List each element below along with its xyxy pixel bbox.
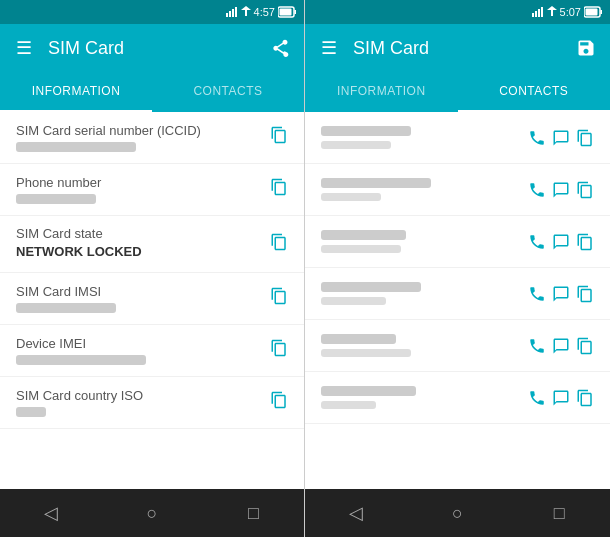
- contact-actions-5: [528, 337, 594, 355]
- left-share-icon[interactable]: [268, 36, 292, 60]
- left-toolbar: ☰ SIM Card: [0, 24, 304, 72]
- contact-number-6: [321, 401, 376, 409]
- imsi-copy-icon[interactable]: [270, 287, 288, 310]
- right-status-icons: 5:07: [532, 6, 602, 18]
- left-content: SIM Card serial number (ICCID) Phone num…: [0, 112, 304, 489]
- sms-icon-3[interactable]: [552, 233, 570, 251]
- sms-icon-5[interactable]: [552, 337, 570, 355]
- right-tab-contacts[interactable]: CONTACTS: [458, 72, 611, 112]
- contact-row-3: [305, 216, 610, 268]
- left-tab-information[interactable]: INFORMATION: [0, 72, 152, 112]
- call-icon-1[interactable]: [528, 129, 546, 147]
- contact-row-5: [305, 320, 610, 372]
- copy-icon-2[interactable]: [576, 181, 594, 199]
- device-imei-text: Device IMEI: [16, 336, 262, 365]
- state-text: SIM Card state NETWORK LOCKED: [16, 226, 262, 262]
- imsi-value: [16, 303, 116, 313]
- right-battery-icon: [584, 6, 602, 18]
- state-copy-icon[interactable]: [270, 233, 288, 256]
- iccid-copy-icon[interactable]: [270, 126, 288, 149]
- contact-name-5: [321, 334, 396, 344]
- left-tab-contacts[interactable]: CONTACTS: [152, 72, 304, 112]
- left-recent-button[interactable]: □: [233, 493, 273, 533]
- sms-icon-6[interactable]: [552, 389, 570, 407]
- share-svg: [270, 38, 290, 58]
- contact-number-3: [321, 245, 401, 253]
- iso-value: [16, 407, 46, 417]
- contact-name-6: [321, 386, 416, 396]
- svg-rect-11: [538, 9, 540, 17]
- sms-icon-1[interactable]: [552, 129, 570, 147]
- iso-copy-icon[interactable]: [270, 391, 288, 414]
- right-menu-icon[interactable]: ☰: [317, 36, 341, 60]
- call-icon-4[interactable]: [528, 285, 546, 303]
- phone-value: [16, 194, 96, 204]
- copy-svg: [270, 126, 288, 144]
- contact-row-4: [305, 268, 610, 320]
- copy-svg-3: [270, 233, 288, 251]
- phone-label: Phone number: [16, 175, 262, 190]
- copy-svg-5: [270, 339, 288, 357]
- call-icon-6[interactable]: [528, 389, 546, 407]
- left-nav-bar: ◁ ○ □: [0, 489, 304, 537]
- iccid-text: SIM Card serial number (ICCID): [16, 123, 262, 152]
- svg-rect-16: [601, 10, 603, 14]
- contact-name-1: [321, 126, 411, 136]
- info-row-state: SIM Card state NETWORK LOCKED: [0, 216, 304, 273]
- left-tabs: INFORMATION CONTACTS: [0, 72, 304, 112]
- svg-rect-3: [235, 7, 237, 17]
- svg-rect-4: [245, 10, 247, 16]
- imsi-label: SIM Card IMSI: [16, 284, 262, 299]
- phone-text: Phone number: [16, 175, 262, 204]
- info-row-phone: Phone number: [0, 164, 304, 216]
- svg-rect-9: [532, 13, 534, 17]
- info-row-imsi: SIM Card IMSI: [0, 273, 304, 325]
- contact-info-1: [321, 126, 528, 149]
- state-value: NETWORK LOCKED: [16, 244, 262, 259]
- right-home-button[interactable]: ○: [437, 493, 477, 533]
- right-signal-icon: [532, 6, 544, 18]
- sms-icon-4[interactable]: [552, 285, 570, 303]
- svg-rect-7: [295, 10, 297, 14]
- left-menu-icon[interactable]: ☰: [12, 36, 36, 60]
- svg-rect-13: [551, 10, 553, 16]
- copy-icon-3[interactable]: [576, 233, 594, 251]
- iccid-value: [16, 142, 136, 152]
- right-back-button[interactable]: ◁: [336, 493, 376, 533]
- copy-svg-2: [270, 178, 288, 196]
- copy-icon-5[interactable]: [576, 337, 594, 355]
- sms-icon-2[interactable]: [552, 181, 570, 199]
- contact-actions-1: [528, 129, 594, 147]
- contact-info-2: [321, 178, 528, 201]
- call-icon-2[interactable]: [528, 181, 546, 199]
- svg-rect-12: [541, 7, 543, 17]
- svg-rect-1: [229, 11, 231, 17]
- right-tab-information[interactable]: INFORMATION: [305, 72, 458, 112]
- right-content: [305, 112, 610, 489]
- phone-copy-icon[interactable]: [270, 178, 288, 201]
- svg-marker-14: [547, 6, 557, 10]
- iccid-label: SIM Card serial number (ICCID): [16, 123, 262, 138]
- contact-actions-2: [528, 181, 594, 199]
- contact-actions-6: [528, 389, 594, 407]
- right-save-icon[interactable]: [574, 36, 598, 60]
- copy-icon-1[interactable]: [576, 129, 594, 147]
- info-row-iso: SIM Card country ISO: [0, 377, 304, 429]
- contact-info-5: [321, 334, 528, 357]
- svg-rect-2: [232, 9, 234, 17]
- left-home-button[interactable]: ○: [132, 493, 172, 533]
- call-icon-5[interactable]: [528, 337, 546, 355]
- left-status-bar: 4:57: [0, 0, 304, 24]
- device-imei-copy-icon[interactable]: [270, 339, 288, 362]
- right-recent-button[interactable]: □: [539, 493, 579, 533]
- contact-row-6: [305, 372, 610, 424]
- left-back-button[interactable]: ◁: [31, 493, 71, 533]
- call-icon-3[interactable]: [528, 233, 546, 251]
- info-row-device-imei: Device IMEI: [0, 325, 304, 377]
- copy-icon-6[interactable]: [576, 389, 594, 407]
- device-imei-value: [16, 355, 146, 365]
- copy-icon-4[interactable]: [576, 285, 594, 303]
- contact-info-4: [321, 282, 528, 305]
- copy-svg-4: [270, 287, 288, 305]
- right-wifi-icon: [547, 6, 557, 18]
